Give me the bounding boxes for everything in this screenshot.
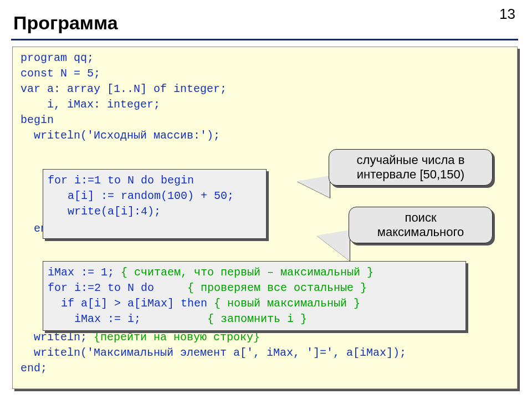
callout-pointer (296, 176, 330, 198)
code-line: program qq; (21, 52, 94, 64)
callout-max: поиск максимального (349, 207, 493, 243)
callout-random: случайные числа в интервале [50,150) (329, 149, 493, 186)
page-title: Программа (13, 12, 118, 34)
code-line: for i:=1 to N do begin (48, 174, 194, 187)
callout-pointer (316, 230, 350, 261)
code-line: for i:=2 to N do { проверяем все остальн… (48, 282, 367, 294)
code-line: writeln('Исходный массив:'); (21, 129, 220, 142)
inset-code: for i:=1 to N do begin a[i] := random(10… (48, 173, 262, 219)
code-line: writeln('Максимальный элемент a[', iMax,… (21, 346, 406, 359)
code-line: iMax := 1; { считаем, что первый – макси… (48, 266, 374, 279)
code-line: begin (21, 114, 54, 126)
code-line: write(a[i]:4); (48, 205, 161, 218)
code-line: a[i] := random(100) + 50; (48, 190, 234, 202)
code-container: program qq; const N = 5; var a: array [1… (12, 47, 518, 389)
code-line: end; (21, 362, 47, 375)
code-line: writeln; {перейти на новую строку} (21, 331, 260, 344)
page-number: 13 (499, 6, 515, 23)
inset-code: iMax := 1; { считаем, что первый – макси… (48, 265, 461, 327)
title-underline (11, 39, 518, 40)
inset-box-max: iMax := 1; { считаем, что первый – макси… (43, 261, 466, 331)
code-line: i, iMax: integer; (21, 98, 160, 111)
code-line: var a: array [1..N] of integer; (21, 83, 227, 95)
code-line: if a[i] > a[iMax] then { новый максималь… (48, 297, 360, 310)
inset-box-random: for i:=1 to N do begin a[i] := random(10… (43, 169, 267, 239)
code-line: iMax := i; { запомнить i } (48, 313, 307, 325)
code-line: const N = 5; (21, 67, 100, 80)
